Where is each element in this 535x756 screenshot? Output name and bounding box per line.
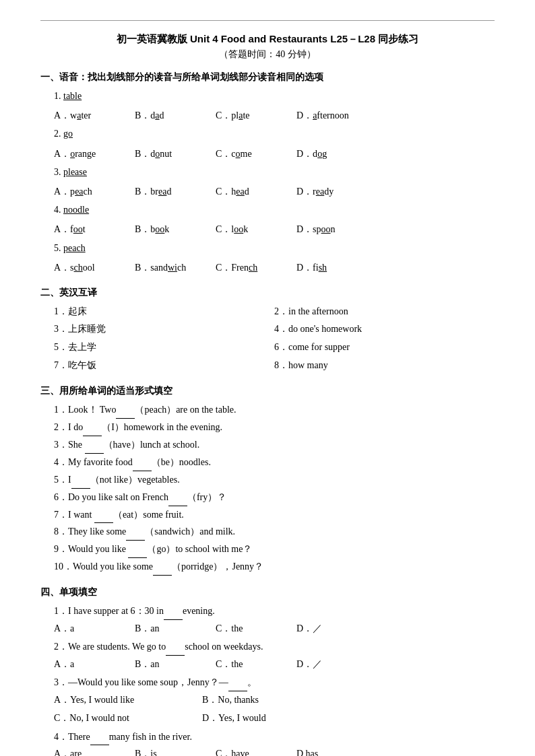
q3-word: 3. please — [54, 164, 495, 180]
s2-item4-col1: 7．吃午饭 — [54, 357, 274, 375]
s4-q3-optB: B．No, thanks — [202, 691, 337, 708]
q1-optB: B．dad — [135, 107, 216, 124]
s3-item8: 8．They like some（sandwich）and milk. — [54, 523, 495, 541]
s4-q3-text: 3．—Would you like some soup，Jenny？—。 — [54, 674, 495, 691]
s3-item9: 9．Would you like （go）to school with me？ — [54, 541, 495, 558]
q2-optC: C．come — [216, 145, 296, 162]
s4-q1-options: A．a B．an C．the D．／ — [54, 620, 495, 637]
s3-item1: 1．Look！ Two（peach）are on the table. — [54, 401, 495, 419]
s4-q3-optC: C．No, I would not — [54, 710, 202, 726]
q3-options: A．peach B．bread C．head D．ready — [54, 183, 495, 200]
s2-item2-col2: 4．do one's homework — [274, 320, 495, 339]
section3-title: 三、用所给单词的适当形式填空 — [40, 385, 495, 397]
s2-item2-col1: 3．上床睡觉 — [54, 320, 274, 339]
q4-optB: B．book — [135, 221, 216, 238]
s4-q3-options-row2: C．No, I would not D．Yes, I would — [54, 710, 495, 726]
q3-optC: C．head — [216, 183, 296, 200]
q1-optC: C．plate — [216, 107, 296, 124]
q4-options: A．foot B．book C．look D．spoon — [54, 221, 495, 238]
q2-word: 2. go — [54, 125, 495, 142]
top-divider — [40, 20, 495, 21]
q5-optC: C．French — [216, 259, 296, 276]
q1-optD: D．afternoon — [296, 107, 377, 124]
section3-items: 1．Look！ Two（peach）are on the table. 2．I … — [40, 401, 495, 576]
section2-title: 二、英汉互译 — [40, 287, 495, 299]
s3-item2: 2．I do（I）homework in the evening. — [54, 419, 495, 436]
s4-q2-optB: B．an — [135, 656, 216, 673]
page-subtitle: （答题时间：40 分钟） — [40, 48, 495, 61]
s4-q3-optA: A．Yes, I would like — [54, 691, 202, 708]
section4-title: 四、单项填空 — [40, 586, 495, 598]
s3-item6: 6．Do you like salt on French（fry）？ — [54, 489, 495, 506]
s4-q4-options: A．are B．is C．have D has — [54, 745, 495, 756]
q2-optD: D．dog — [296, 145, 377, 162]
q4-optD: D．spoon — [296, 221, 377, 238]
q5-optA: A．school — [54, 259, 135, 276]
s3-item5: 5．I（not like）vegetables. — [54, 471, 495, 489]
q1-options: A．water B．dad C．plate D．afternoon — [54, 107, 495, 124]
q4-optA: A．foot — [54, 221, 135, 238]
q5-optB: B．sandwich — [135, 259, 216, 276]
s4-q4-optC: C．have — [216, 745, 296, 756]
q3-optD: D．ready — [296, 183, 377, 200]
s2-item3-col2: 6．come for supper — [274, 339, 495, 357]
page-title: 初一英语冀教版 Unit 4 Food and Restaurants L25－… — [40, 33, 495, 46]
s4-q4-optD: D has — [296, 745, 377, 756]
q1-optA: A．water — [54, 107, 135, 124]
q3-optA: A．peach — [54, 183, 135, 200]
s2-item3-col1: 5．去上学 — [54, 339, 274, 357]
s4-q4-text: 4．Theremany fish in the river. — [54, 728, 495, 746]
q2-options: A．orange B．donut C．come D．dog — [54, 145, 495, 162]
q3-optB: B．bread — [135, 183, 216, 200]
s4-q1-optB: B．an — [135, 620, 216, 637]
q5-optD: D．fish — [296, 259, 377, 276]
s2-item1-col2: 2．in the afternoon — [274, 303, 495, 321]
s4-q3-options-row1: A．Yes, I would like B．No, thanks — [54, 691, 495, 708]
s4-q2-optA: A．a — [54, 656, 135, 673]
s4-q2-optC: C．the — [216, 656, 296, 673]
s4-q4-optA: A．are — [54, 745, 135, 756]
q4-word: 4. noodle — [54, 201, 495, 218]
s4-q1-optD: D．／ — [296, 620, 350, 637]
s4-q2-optD: D．／ — [296, 656, 350, 673]
s4-q2-options: A．a B．an C．the D．／ — [54, 656, 495, 673]
s3-item7: 7．I want （eat）some fruit. — [54, 506, 495, 524]
s4-q4-optB: B．is — [135, 745, 216, 756]
s3-item3: 3．She （have）lunch at school. — [54, 436, 495, 454]
q5-options: A．school B．sandwich C．French D．fish — [54, 259, 495, 276]
s4-q1-optA: A．a — [54, 620, 135, 637]
section2-items: 1．起床 2．in the afternoon 3．上床睡觉 4．do one'… — [54, 303, 495, 374]
s4-q3-optD: D．Yes, I would — [202, 710, 337, 726]
s2-item1-col1: 1．起床 — [54, 303, 274, 321]
q2-optA: A．orange — [54, 145, 135, 162]
section1-title: 一、语音：找出划线部分的读音与所给单词划线部分读音相同的选项 — [40, 71, 495, 83]
section4-questions: 1．I have supper at 6：30 inevening. A．a B… — [40, 603, 495, 756]
s4-q1-optC: C．the — [216, 620, 296, 637]
q5-word: 5. peach — [54, 240, 495, 256]
section1-questions: 1. table A．water B．dad C．plate D．afterno… — [40, 88, 495, 276]
s3-item10: 10．Would you like some（porridge），Jenny？ — [54, 558, 495, 576]
s4-q1-text: 1．I have supper at 6：30 inevening. — [54, 603, 495, 620]
s3-item4: 4．My favorite food（be）noodles. — [54, 454, 495, 471]
s2-item4-col2: 8．how many — [274, 357, 495, 375]
q2-optB: B．donut — [135, 145, 216, 162]
s4-q2-text: 2．We are students. We go toschool on wee… — [54, 638, 495, 656]
q1-word: 1. table — [54, 88, 495, 104]
q4-optC: C．look — [216, 221, 296, 238]
